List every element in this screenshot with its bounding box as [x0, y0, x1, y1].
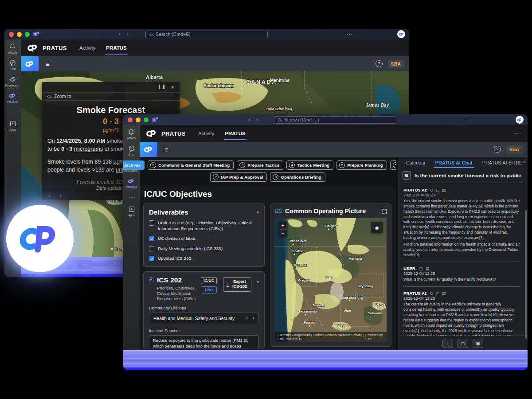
next-page-icon[interactable]: › — [60, 192, 62, 199]
help-icon[interactable]: ? — [494, 146, 501, 153]
deliverable-item[interactable]: Draft ICS 202 (e.g., Priorities, Objecti… — [149, 220, 259, 231]
chat-messages[interactable]: PRATUS AI:↻▢▤ 2025-12-04 12:23 Yes, the … — [398, 183, 528, 336]
sidebar-item-apps[interactable]: Apps — [128, 206, 135, 217]
more-options-icon[interactable]: ··· — [347, 31, 353, 37]
close-window-button[interactable] — [128, 117, 133, 122]
app-more-icon[interactable]: ··· — [515, 130, 521, 137]
zoom-out-button[interactable]: − — [278, 229, 287, 237]
attribution-esri: Powered by Esri — [366, 333, 384, 341]
pratus-home-button[interactable] — [21, 56, 39, 71]
sidebar-item-apps[interactable]: Apps — [9, 120, 16, 131]
more-options-icon[interactable]: ··· — [466, 117, 472, 122]
back-icon[interactable]: ‹ — [249, 117, 250, 123]
sidebar-item-activity[interactable]: Activity — [8, 43, 17, 54]
clear-icon[interactable]: × — [246, 316, 248, 321]
message-timestamp: 2025-12-04 12:25 — [403, 296, 520, 301]
search-input[interactable]: Search (Cmd+E) — [274, 116, 396, 124]
sidebar-item-chat[interactable]: Chat — [9, 59, 16, 70]
select-chevron-icon[interactable]: ▾ — [252, 316, 254, 321]
copy-icon[interactable]: ▢ — [436, 188, 439, 192]
sidebar-item-pratus[interactable]: PRATUS — [7, 92, 18, 103]
scrollbar-thumb[interactable] — [525, 210, 527, 339]
message-text: Yes, the current smoke forecast poses a … — [403, 199, 520, 241]
chat-question-input[interactable]: Is the current smoke forecast a risk to … — [403, 171, 523, 183]
export-ics-202-button[interactable]: ↓ Export ICS-202 — [223, 277, 251, 292]
pratus-home-button[interactable] — [140, 142, 157, 157]
copy-icon[interactable]: ▢ — [436, 291, 439, 296]
minimize-window-button[interactable] — [17, 32, 22, 37]
checkbox[interactable] — [149, 236, 154, 241]
forward-icon[interactable]: › — [257, 117, 258, 123]
profile-badge[interactable]: SBA — [388, 60, 404, 68]
step-prepare-planning[interactable]: 5Prepare Planning — [336, 160, 387, 170]
copy-icon[interactable]: ▢ — [419, 266, 423, 271]
checkbox[interactable] — [149, 256, 154, 261]
close-icon[interactable]: × — [171, 84, 174, 90]
step-icuc-objectives[interactable]: 1IC/UC Objectives — [123, 160, 145, 170]
community-lifelines-label: Community Lifelines — [149, 306, 259, 310]
checkbox[interactable] — [149, 246, 154, 251]
step-tactics-meeting[interactable]: 4Tactics Meeting — [286, 160, 333, 170]
sidebar-more-icon[interactable]: ··· — [129, 195, 134, 200]
avatar[interactable] — [397, 30, 405, 38]
dock-panel-icon[interactable] — [159, 85, 164, 89]
sidebar-item-pratus[interactable]: PRATUS — [126, 178, 137, 189]
pratus-icon — [128, 178, 135, 185]
tab-pratus-ai-chat[interactable]: PRATUS AI Chat — [431, 158, 477, 168]
note-icon[interactable]: ▤ — [442, 291, 446, 296]
collapse-chevron-icon[interactable]: ▾ — [257, 210, 259, 215]
incident-priorities-textarea[interactable]: Reduce exposure to fine particulate matt… — [149, 335, 259, 348]
sidebar-label: Developer... — [5, 84, 20, 87]
layers-button[interactable]: ◈ — [371, 222, 383, 233]
regenerate-icon[interactable]: ↻ — [430, 291, 433, 296]
zoom-window-button[interactable] — [144, 117, 149, 122]
tab-pratus[interactable]: PRATUS — [106, 39, 126, 56]
checkbox[interactable] — [149, 220, 154, 226]
tab-pratus-ai-sitrep[interactable]: PRATUS AI SITREP — [478, 158, 528, 168]
psc-badge: PSC — [201, 286, 217, 293]
prev-page-icon[interactable]: ‹ — [48, 192, 50, 199]
common-operating-picture-card: Common Operating Picture — [270, 203, 391, 347]
step-iap-prep-approval[interactable]: 7IAP Prep & Approval — [210, 172, 267, 182]
tab-pratus[interactable]: PRATUS — [225, 125, 245, 142]
sidebar-more-icon[interactable]: ··· — [10, 110, 16, 114]
regenerate-icon[interactable]: ↻ — [430, 188, 433, 192]
zoom-in-button[interactable]: + — [278, 222, 287, 229]
step-command-general-staff-meeting[interactable]: 2Command & General Staff Meeting — [148, 160, 234, 170]
stop-icon[interactable] — [403, 171, 411, 180]
note-icon[interactable]: ▤ — [442, 188, 446, 192]
tab-calendar[interactable]: Calendar — [402, 158, 430, 168]
avatar[interactable] — [516, 116, 524, 124]
search-input[interactable]: Search (Cmd+E) — [145, 31, 268, 38]
deliverable-item[interactable]: Updated ICS 233. — [149, 255, 259, 261]
export-menu-chevron-icon[interactable]: ▾ — [257, 280, 259, 284]
tab-activity[interactable]: Activity — [198, 125, 214, 142]
deliverable-item[interactable]: Daily Meeting schedule (ICS 230). — [149, 246, 259, 251]
menu-icon[interactable]: ≡ — [164, 146, 168, 153]
help-icon[interactable]: ? — [376, 60, 383, 67]
map-label-fresno: Fresno — [304, 321, 315, 325]
step-prepare-tactics[interactable]: 3Prepare Tactics — [237, 160, 283, 170]
community-lifelines-select[interactable]: Health and Medical, Safety and Security … — [149, 313, 259, 324]
forward-icon[interactable]: › — [127, 31, 129, 37]
zoom-to-button[interactable]: Zoom to — [42, 92, 180, 101]
zoom-window-button[interactable] — [25, 32, 30, 37]
menu-icon[interactable]: ≡ — [46, 60, 50, 68]
profile-badge[interactable]: SBA — [506, 145, 522, 153]
sidebar-item-activity[interactable]: Activity — [127, 129, 136, 140]
deliverable-item[interactable]: UC division of labor. — [149, 235, 259, 241]
archive-button[interactable]: ▣ — [473, 339, 483, 348]
cop-map[interactable]: Calgary Vancouver Seattle Montana Portla… — [275, 218, 387, 342]
download-button[interactable]: ↓ — [442, 339, 453, 348]
map-label-denver: Denver — [376, 302, 387, 306]
back-icon[interactable]: ‹ — [119, 31, 121, 37]
expand-icon[interactable] — [382, 209, 387, 214]
sidebar-item-chat[interactable]: Chat — [128, 145, 135, 156]
copy-button[interactable]: ▢ — [458, 339, 468, 348]
note-icon[interactable]: ▤ — [426, 266, 429, 271]
step-operations-briefing[interactable]: 8Operations Briefing — [270, 172, 325, 182]
minimize-window-button[interactable] — [136, 117, 141, 122]
tab-activity[interactable]: Activity — [79, 39, 95, 56]
sidebar-item-developer[interactable]: Developer... — [5, 76, 20, 87]
close-window-button[interactable] — [9, 32, 14, 37]
